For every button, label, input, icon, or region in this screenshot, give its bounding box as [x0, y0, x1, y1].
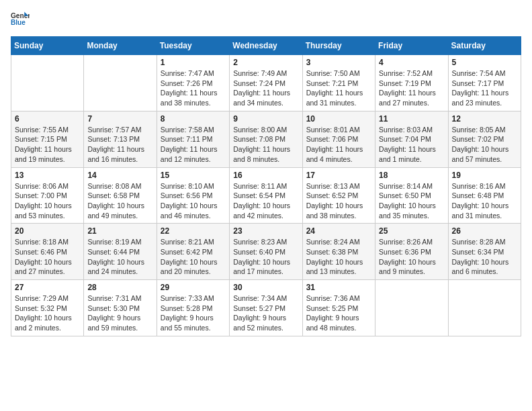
day-header-wednesday: Wednesday — [230, 37, 302, 55]
day-info: Sunrise: 8:19 AMSunset: 6:44 PMDaylight:… — [87, 237, 152, 277]
day-info: Sunrise: 8:21 AMSunset: 6:42 PMDaylight:… — [161, 237, 226, 277]
day-info: Sunrise: 8:01 AMSunset: 7:06 PMDaylight:… — [306, 125, 371, 165]
calendar-cell: 1Sunrise: 7:47 AMSunset: 7:26 PMDaylight… — [157, 55, 229, 111]
day-header-sunday: Sunday — [11, 37, 84, 55]
day-info: Sunrise: 8:18 AMSunset: 6:46 PMDaylight:… — [15, 237, 80, 277]
day-number: 16 — [233, 171, 298, 180]
calendar-cell: 12Sunrise: 8:05 AMSunset: 7:02 PMDayligh… — [448, 111, 521, 167]
day-header-monday: Monday — [84, 37, 157, 55]
calendar-cell: 31Sunrise: 7:36 AMSunset: 5:25 PMDayligh… — [302, 280, 375, 336]
day-info: Sunrise: 8:23 AMSunset: 6:40 PMDaylight:… — [233, 237, 298, 277]
calendar-cell: 6Sunrise: 7:55 AMSunset: 7:15 PMDaylight… — [11, 111, 84, 167]
day-info: Sunrise: 8:11 AMSunset: 6:54 PMDaylight:… — [233, 181, 298, 221]
day-number: 17 — [306, 171, 371, 180]
day-info: Sunrise: 8:00 AMSunset: 7:08 PMDaylight:… — [233, 125, 298, 165]
week-row-1: 1Sunrise: 7:47 AMSunset: 7:26 PMDaylight… — [11, 55, 521, 111]
day-number: 4 — [379, 58, 444, 67]
day-info: Sunrise: 8:13 AMSunset: 6:52 PMDaylight:… — [306, 181, 371, 221]
day-number: 23 — [233, 226, 298, 236]
calendar-cell: 28Sunrise: 7:31 AMSunset: 5:30 PMDayligh… — [84, 280, 157, 336]
day-number: 2 — [233, 58, 298, 67]
day-number: 15 — [161, 171, 226, 180]
day-number: 10 — [306, 114, 371, 124]
day-number: 19 — [452, 171, 517, 180]
day-number: 6 — [15, 114, 80, 124]
day-number: 25 — [379, 226, 444, 236]
calendar-cell: 26Sunrise: 8:28 AMSunset: 6:34 PMDayligh… — [448, 224, 521, 280]
day-info: Sunrise: 7:57 AMSunset: 7:13 PMDaylight:… — [87, 125, 152, 165]
page-header: General Blue — [11, 11, 521, 30]
calendar-header-row: SundayMondayTuesdayWednesdayThursdayFrid… — [11, 37, 521, 55]
calendar-cell: 4Sunrise: 7:52 AMSunset: 7:19 PMDaylight… — [375, 55, 448, 111]
calendar-cell: 15Sunrise: 8:10 AMSunset: 6:56 PMDayligh… — [157, 167, 229, 224]
calendar-cell: 16Sunrise: 8:11 AMSunset: 6:54 PMDayligh… — [230, 167, 302, 224]
calendar-cell — [11, 55, 84, 111]
calendar-cell: 2Sunrise: 7:49 AMSunset: 7:24 PMDaylight… — [230, 55, 302, 111]
calendar-cell: 8Sunrise: 7:58 AMSunset: 7:11 PMDaylight… — [157, 111, 229, 167]
day-number: 21 — [87, 226, 152, 236]
day-info: Sunrise: 8:08 AMSunset: 6:58 PMDaylight:… — [87, 181, 152, 221]
calendar-cell — [448, 280, 521, 336]
day-number: 9 — [233, 114, 298, 124]
day-header-thursday: Thursday — [302, 37, 375, 55]
day-info: Sunrise: 7:50 AMSunset: 7:21 PMDaylight:… — [306, 68, 371, 108]
day-number: 20 — [15, 226, 80, 236]
day-number: 28 — [87, 283, 152, 292]
day-number: 22 — [161, 226, 226, 236]
day-info: Sunrise: 8:06 AMSunset: 7:00 PMDaylight:… — [15, 181, 80, 221]
logo-icon: General Blue — [11, 11, 30, 30]
day-number: 1 — [161, 58, 226, 67]
calendar-cell: 13Sunrise: 8:06 AMSunset: 7:00 PMDayligh… — [11, 167, 84, 224]
svg-text:Blue: Blue — [11, 19, 26, 26]
day-number: 12 — [452, 114, 517, 124]
day-info: Sunrise: 8:26 AMSunset: 6:36 PMDaylight:… — [379, 237, 444, 277]
day-info: Sunrise: 8:05 AMSunset: 7:02 PMDaylight:… — [452, 125, 517, 165]
day-info: Sunrise: 8:10 AMSunset: 6:56 PMDaylight:… — [161, 181, 226, 221]
calendar-cell: 18Sunrise: 8:14 AMSunset: 6:50 PMDayligh… — [375, 167, 448, 224]
day-info: Sunrise: 7:54 AMSunset: 7:17 PMDaylight:… — [452, 68, 517, 108]
day-number: 8 — [161, 114, 226, 124]
calendar-cell: 20Sunrise: 8:18 AMSunset: 6:46 PMDayligh… — [11, 224, 84, 280]
day-info: Sunrise: 7:52 AMSunset: 7:19 PMDaylight:… — [379, 68, 444, 108]
day-number: 13 — [15, 171, 80, 180]
calendar-cell: 11Sunrise: 8:03 AMSunset: 7:04 PMDayligh… — [375, 111, 448, 167]
day-number: 7 — [87, 114, 152, 124]
calendar-cell — [84, 55, 157, 111]
calendar-cell: 24Sunrise: 8:24 AMSunset: 6:38 PMDayligh… — [302, 224, 375, 280]
calendar-cell: 25Sunrise: 8:26 AMSunset: 6:36 PMDayligh… — [375, 224, 448, 280]
day-info: Sunrise: 7:29 AMSunset: 5:32 PMDaylight:… — [15, 293, 80, 333]
day-info: Sunrise: 8:24 AMSunset: 6:38 PMDaylight:… — [306, 237, 371, 277]
day-number: 31 — [306, 283, 371, 292]
day-info: Sunrise: 8:14 AMSunset: 6:50 PMDaylight:… — [379, 181, 444, 221]
day-header-tuesday: Tuesday — [157, 37, 229, 55]
calendar-cell: 27Sunrise: 7:29 AMSunset: 5:32 PMDayligh… — [11, 280, 84, 336]
calendar-cell — [375, 280, 448, 336]
calendar-cell: 9Sunrise: 8:00 AMSunset: 7:08 PMDaylight… — [230, 111, 302, 167]
day-info: Sunrise: 7:47 AMSunset: 7:26 PMDaylight:… — [161, 68, 226, 108]
day-number: 29 — [161, 283, 226, 292]
day-header-friday: Friday — [375, 37, 448, 55]
day-number: 24 — [306, 226, 371, 236]
day-number: 5 — [452, 58, 517, 67]
calendar-cell: 23Sunrise: 8:23 AMSunset: 6:40 PMDayligh… — [230, 224, 302, 280]
day-info: Sunrise: 8:03 AMSunset: 7:04 PMDaylight:… — [379, 125, 444, 165]
day-info: Sunrise: 7:36 AMSunset: 5:25 PMDaylight:… — [306, 293, 371, 333]
week-row-4: 20Sunrise: 8:18 AMSunset: 6:46 PMDayligh… — [11, 224, 521, 280]
day-header-saturday: Saturday — [448, 37, 521, 55]
day-number: 3 — [306, 58, 371, 67]
day-info: Sunrise: 8:28 AMSunset: 6:34 PMDaylight:… — [452, 237, 517, 277]
calendar-cell: 3Sunrise: 7:50 AMSunset: 7:21 PMDaylight… — [302, 55, 375, 111]
week-row-2: 6Sunrise: 7:55 AMSunset: 7:15 PMDaylight… — [11, 111, 521, 167]
calendar-table: SundayMondayTuesdayWednesdayThursdayFrid… — [11, 36, 521, 336]
day-number: 30 — [233, 283, 298, 292]
calendar-cell: 14Sunrise: 8:08 AMSunset: 6:58 PMDayligh… — [84, 167, 157, 224]
calendar-cell: 19Sunrise: 8:16 AMSunset: 6:48 PMDayligh… — [448, 167, 521, 224]
day-info: Sunrise: 7:55 AMSunset: 7:15 PMDaylight:… — [15, 125, 80, 165]
calendar-cell: 7Sunrise: 7:57 AMSunset: 7:13 PMDaylight… — [84, 111, 157, 167]
logo: General Blue — [11, 11, 31, 30]
week-row-5: 27Sunrise: 7:29 AMSunset: 5:32 PMDayligh… — [11, 280, 521, 336]
calendar-cell: 10Sunrise: 8:01 AMSunset: 7:06 PMDayligh… — [302, 111, 375, 167]
calendar-cell: 30Sunrise: 7:34 AMSunset: 5:27 PMDayligh… — [230, 280, 302, 336]
day-info: Sunrise: 7:49 AMSunset: 7:24 PMDaylight:… — [233, 68, 298, 108]
day-info: Sunrise: 7:33 AMSunset: 5:28 PMDaylight:… — [161, 293, 226, 333]
